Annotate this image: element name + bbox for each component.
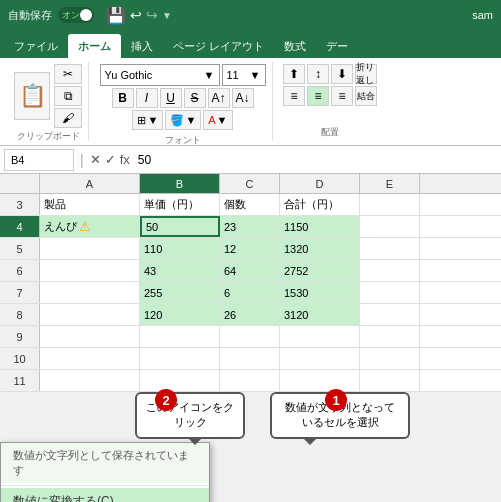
- cell-e8[interactable]: [360, 304, 420, 325]
- cell-b7[interactable]: 255: [140, 282, 220, 303]
- cell-d7[interactable]: 1530: [280, 282, 360, 303]
- cell-a4[interactable]: えんぴ ⚠: [40, 216, 140, 237]
- font-row1: Yu Gothic ▼ 11 ▼: [100, 64, 266, 86]
- cell-c11[interactable]: [220, 370, 280, 391]
- cell-b11[interactable]: [140, 370, 220, 391]
- cell-c4[interactable]: 23: [220, 216, 280, 237]
- alignment-label: 配置: [321, 124, 339, 139]
- cell-e10[interactable]: [360, 348, 420, 369]
- cell-e9[interactable]: [360, 326, 420, 347]
- cell-e5[interactable]: [360, 238, 420, 259]
- cell-c6[interactable]: 64: [220, 260, 280, 281]
- cell-c5[interactable]: 12: [220, 238, 280, 259]
- cell-a3[interactable]: 製品: [40, 194, 140, 215]
- strikethrough-button[interactable]: S: [184, 88, 206, 108]
- tab-file[interactable]: ファイル: [4, 34, 68, 58]
- cell-a5[interactable]: [40, 238, 140, 259]
- cell-c9[interactable]: [220, 326, 280, 347]
- align-middle-button[interactable]: ↕: [307, 64, 329, 84]
- cell-a7[interactable]: [40, 282, 140, 303]
- header-spacer: [0, 174, 40, 193]
- cell-a6[interactable]: [40, 260, 140, 281]
- tab-home[interactable]: ホーム: [68, 34, 121, 58]
- cell-e6[interactable]: [360, 260, 420, 281]
- cell-a9[interactable]: [40, 326, 140, 347]
- fx-label[interactable]: fx: [120, 152, 130, 167]
- cell-d10[interactable]: [280, 348, 360, 369]
- italic-button[interactable]: I: [136, 88, 158, 108]
- fill-icon: 🪣: [170, 114, 184, 127]
- tab-insert[interactable]: 挿入: [121, 34, 163, 58]
- font-increase-button[interactable]: A↑: [208, 88, 230, 108]
- cell-b4[interactable]: 50: [140, 216, 220, 237]
- cell-d5[interactable]: 1320: [280, 238, 360, 259]
- cell-b9[interactable]: [140, 326, 220, 347]
- cell-e4[interactable]: [360, 216, 420, 237]
- tab-data[interactable]: デー: [316, 34, 358, 58]
- cell-a8[interactable]: [40, 304, 140, 325]
- cell-d3[interactable]: 合計（円）: [280, 194, 360, 215]
- cell-b5[interactable]: 110: [140, 238, 220, 259]
- merge-button[interactable]: 結合: [355, 86, 377, 106]
- col-header-d[interactable]: D: [280, 174, 360, 193]
- cell-a11[interactable]: [40, 370, 140, 391]
- fill-color-button[interactable]: 🪣▼: [165, 110, 201, 130]
- col-header-a[interactable]: A: [40, 174, 140, 193]
- autosave-toggle[interactable]: オン: [58, 7, 94, 23]
- cell-d8[interactable]: 3120: [280, 304, 360, 325]
- align-bottom-button[interactable]: ⬇: [331, 64, 353, 84]
- cancel-icon[interactable]: ✕: [90, 152, 101, 167]
- formula-input[interactable]: [134, 149, 497, 171]
- wrap-text-button[interactable]: 折り返し: [355, 64, 377, 84]
- cell-e11[interactable]: [360, 370, 420, 391]
- paste-button[interactable]: 📋: [14, 72, 50, 120]
- bold-button[interactable]: B: [112, 88, 134, 108]
- font-color-button[interactable]: A▼: [203, 110, 232, 130]
- title-bar: 自動保存 オン 💾 ↩ ↪ ▼ sam: [0, 0, 501, 30]
- cut-button[interactable]: ✂: [54, 64, 82, 84]
- col-header-c[interactable]: C: [220, 174, 280, 193]
- font-size-dropdown[interactable]: 11 ▼: [222, 64, 266, 86]
- copy-button[interactable]: ⧉: [54, 86, 82, 106]
- cell-c3[interactable]: 個数: [220, 194, 280, 215]
- border-arrow: ▼: [147, 114, 158, 126]
- cell-b8[interactable]: 120: [140, 304, 220, 325]
- table-row: 11: [0, 370, 501, 392]
- cell-c8[interactable]: 26: [220, 304, 280, 325]
- underline-button[interactable]: U: [160, 88, 182, 108]
- align-left-button[interactable]: ≡: [283, 86, 305, 106]
- cell-e3[interactable]: [360, 194, 420, 215]
- row-num-3: 3: [0, 194, 40, 215]
- format-painter-button[interactable]: 🖌: [54, 108, 82, 128]
- cell-b3[interactable]: 単価（円）: [140, 194, 220, 215]
- align-top-button[interactable]: ⬆: [283, 64, 305, 84]
- confirm-icon[interactable]: ✓: [105, 152, 116, 167]
- undo-icon[interactable]: ↩: [130, 7, 142, 23]
- font-decrease-button[interactable]: A↓: [232, 88, 254, 108]
- align-right-button[interactable]: ≡: [331, 86, 353, 106]
- cell-a10[interactable]: [40, 348, 140, 369]
- cell-d9[interactable]: [280, 326, 360, 347]
- context-menu-convert[interactable]: 数値に変換する(C): [1, 488, 209, 502]
- col-header-e[interactable]: E: [360, 174, 420, 193]
- cell-d4[interactable]: 1150: [280, 216, 360, 237]
- border-button[interactable]: ⊞▼: [132, 110, 163, 130]
- cell-b10[interactable]: [140, 348, 220, 369]
- tab-page-layout[interactable]: ページ レイアウト: [163, 34, 274, 58]
- cell-c10[interactable]: [220, 348, 280, 369]
- cell-reference-box[interactable]: B4: [4, 149, 74, 171]
- tab-formulas[interactable]: 数式: [274, 34, 316, 58]
- redo-icon[interactable]: ↪: [146, 7, 158, 23]
- cell-b6[interactable]: 43: [140, 260, 220, 281]
- cell-d11[interactable]: [280, 370, 360, 391]
- badge-1: 1: [325, 389, 347, 411]
- font-color-icon: A: [208, 114, 215, 126]
- cell-d6[interactable]: 2752: [280, 260, 360, 281]
- cell-e7[interactable]: [360, 282, 420, 303]
- col-header-b[interactable]: B: [140, 174, 220, 193]
- save-icon[interactable]: 💾: [106, 6, 126, 25]
- row-num-9: 9: [0, 326, 40, 347]
- cell-c7[interactable]: 6: [220, 282, 280, 303]
- align-center-button[interactable]: ≡: [307, 86, 329, 106]
- font-name-dropdown[interactable]: Yu Gothic ▼: [100, 64, 220, 86]
